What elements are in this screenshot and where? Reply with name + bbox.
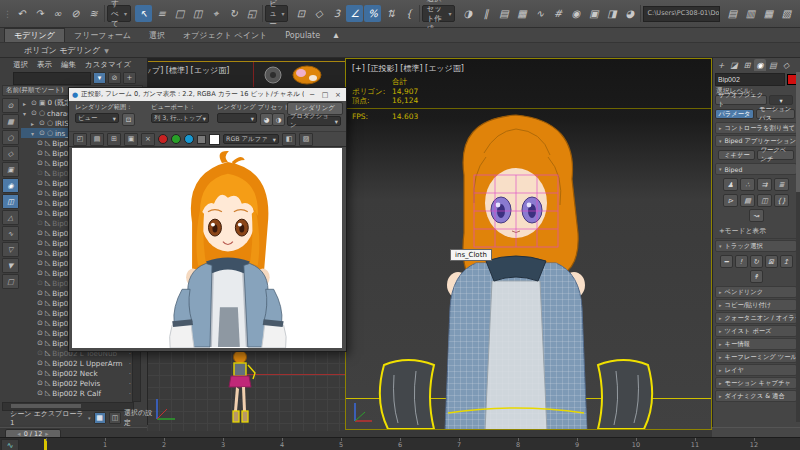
body-rotation-icon[interactable]: ↻ (750, 255, 763, 268)
mixer-button[interactable]: ミキサー (718, 150, 755, 160)
rollout-biped[interactable]: ▾Biped (715, 163, 797, 175)
folder-sync-icon[interactable]: ▧ (778, 5, 795, 22)
polygon-modeling-dropdown[interactable]: ポリゴン モデリング (24, 45, 100, 56)
tab-utilities[interactable]: ◇ (780, 59, 792, 71)
filter-materials-icon[interactable]: ▽ (2, 242, 19, 257)
production-dropdown[interactable]: プロダクション▾ (287, 116, 341, 126)
explorer-menu-item[interactable]: 表示 (37, 60, 52, 70)
filter-cameras-icon[interactable]: ▣ (2, 162, 19, 177)
filter-shapes-icon[interactable]: ○ (2, 130, 19, 145)
render-window-titlebar[interactable]: ● 正投影, フレーム 0, ガンマ表示 : 2.2, RGBA カラー 16 … (69, 88, 346, 101)
folder-open-icon[interactable]: ▥ (742, 5, 759, 22)
material-editor-icon[interactable]: ◉ (567, 5, 584, 22)
ribbon-tab[interactable]: Populate (276, 28, 329, 42)
redo-icon[interactable]: ↷ (31, 5, 48, 22)
folder-gear-icon[interactable]: ▤ (724, 5, 741, 22)
select-by-name-icon[interactable]: ≡ (153, 5, 170, 22)
ribbon-tab[interactable]: 選択 (140, 28, 174, 42)
object-name-field[interactable] (715, 73, 785, 86)
rollout-dynamics-adaptation[interactable]: ▸ダイナミクス & 適合 (715, 390, 797, 402)
percent-snap-icon[interactable]: % (364, 5, 381, 22)
rollout-keyframing-tools[interactable]: ▸キーフレーミング ツール (715, 351, 797, 363)
modes-display-expander[interactable]: +モードと表示 (715, 225, 797, 239)
mirror-icon[interactable]: ◑ (459, 5, 476, 22)
undo-icon[interactable]: ↶ (13, 5, 30, 22)
background-swatch[interactable] (209, 134, 220, 145)
snapshot-icon[interactable]: ▨ (299, 133, 313, 146)
save-image-icon[interactable]: ◰ (73, 133, 87, 146)
ribbon-tab[interactable]: オブジェクト ペイント (174, 28, 276, 42)
mixer-mode-icon[interactable]: ≣ (774, 178, 789, 191)
explorer-name-dropdown[interactable]: シーン エクスプローラ 1 (10, 409, 85, 427)
area-to-render-dropdown[interactable]: ビュー▾ (75, 113, 119, 123)
unlink-icon[interactable]: ⊘ (67, 5, 84, 22)
tree-item[interactable]: ⊙ ◺ Bip002 Pelvis· (21, 378, 131, 388)
tab-display[interactable]: ▤ (767, 59, 779, 71)
mini-curve-editor-icon[interactable]: ∿ (1, 439, 19, 450)
rollout-assign-controller[interactable]: ▸コントローラを割り当て (715, 122, 797, 134)
filter-lights-icon[interactable]: ◇ (2, 146, 19, 161)
environment-icon[interactable]: ◑ (272, 113, 285, 126)
layer-manager-icon[interactable]: ▤ (495, 5, 512, 22)
maximize-icon[interactable]: □ (320, 91, 330, 99)
opposite-icon[interactable]: ↟ (750, 270, 763, 283)
tab-motion[interactable]: ◉ (754, 59, 766, 71)
named-selection-set-field[interactable]: 選択セット作成▾ (422, 5, 455, 22)
print-image-icon[interactable]: ▣ (124, 133, 138, 146)
blue-channel-icon[interactable] (184, 134, 194, 144)
viewport-front[interactable] (147, 350, 345, 431)
explorer-settings-icon[interactable]: ◫ (109, 412, 121, 424)
save-file-icon[interactable]: ◫ (757, 194, 772, 207)
viewport-dropdown[interactable]: 列 3, 行...トップ▾ (151, 113, 209, 123)
filter-bones-icon[interactable]: △ (2, 210, 19, 225)
explorer-menu-item[interactable]: カスタマイズ (85, 60, 131, 70)
motion-flow-mode-icon[interactable]: ⇉ (757, 178, 772, 191)
project-path-field[interactable]: C:\Users\PC308-01\Documen...生用\A18022003… (643, 6, 720, 22)
lock-com-keying-icon[interactable]: ⊠ (765, 255, 778, 268)
lock-icon[interactable]: ⊡ (122, 113, 135, 126)
add-icon[interactable]: + (123, 72, 136, 84)
clear-image-icon[interactable]: × (141, 133, 155, 146)
select-manipulate-icon[interactable]: ◇ (310, 5, 327, 22)
ribbon-tab[interactable]: モデリング (4, 28, 65, 42)
filter-selection-icon[interactable]: ▼ (2, 258, 19, 273)
render-preset-dropdown[interactable]: ▾ (217, 113, 257, 123)
rollout-bend-links[interactable]: ▸ベンドリンク (715, 286, 797, 298)
subobject-button[interactable]: サブオブジェクト (715, 95, 767, 105)
viewport-ortho-label[interactable]: [+] [正投影] [標準] [エッジ面] (352, 63, 464, 74)
load-file-icon[interactable]: ▤ (740, 194, 755, 207)
biped-playback-icon[interactable]: ⊳ (723, 194, 738, 207)
figure-mode-icon[interactable]: ♟ (723, 178, 738, 191)
explorer-menu-item[interactable]: 選択 (13, 60, 28, 70)
ribbon-minimize-icon[interactable]: ▴ (329, 28, 343, 41)
viewport-orthographic[interactable]: [+] [正投影] [標準] [エッジ面] 合計 ポリゴン:14,907頂点:1… (345, 58, 712, 430)
explorer-search-input[interactable] (13, 72, 91, 85)
clone-window-icon[interactable]: ⊞ (107, 133, 121, 146)
select-object-icon[interactable]: ↖ (135, 5, 152, 22)
angle-snap-icon[interactable]: ∠ (346, 5, 363, 22)
tab-hierarchy[interactable]: ⊞ (741, 59, 753, 71)
snap-3d-icon[interactable]: 3 (328, 5, 345, 22)
minimize-icon[interactable]: ─ (307, 91, 317, 99)
channel-display-dropdown[interactable]: RGB アルファ▾ (223, 134, 279, 144)
copy-image-icon[interactable]: ▤ (90, 133, 104, 146)
rollout-key-info[interactable]: ▸キー情報 (715, 338, 797, 350)
schematic-view-icon[interactable]: # (549, 5, 566, 22)
select-link-icon[interactable]: ∞ (49, 5, 66, 22)
tree-item[interactable]: ⊙ ◺ Bip002 Neck· (21, 368, 131, 378)
select-move-icon[interactable]: ⌖ (207, 5, 224, 22)
character-model-ortho[interactable] (346, 113, 712, 430)
rollout-twist-poses[interactable]: ▸ツイスト ポーズ (715, 325, 797, 337)
tree-item[interactable]: ⊙ ◺ Bip002 L UpperArm· (21, 358, 131, 368)
tab-modify[interactable]: ◪ (728, 59, 740, 71)
toggle-ui-icon[interactable]: ◧ (282, 133, 296, 146)
rectangular-region-icon[interactable]: □ (171, 5, 188, 22)
character-front-mini[interactable] (219, 350, 261, 431)
edit-named-selection-icon[interactable]: { (400, 5, 417, 22)
body-horizontal-icon[interactable]: ━ (720, 255, 733, 268)
align-icon[interactable]: ∥ (477, 5, 494, 22)
explorer-menu-item[interactable]: 編集 (61, 60, 76, 70)
render-icon[interactable]: ◕ (621, 5, 638, 22)
filter-geometry-icon[interactable]: ▦ (2, 114, 19, 129)
green-channel-icon[interactable] (171, 134, 181, 144)
